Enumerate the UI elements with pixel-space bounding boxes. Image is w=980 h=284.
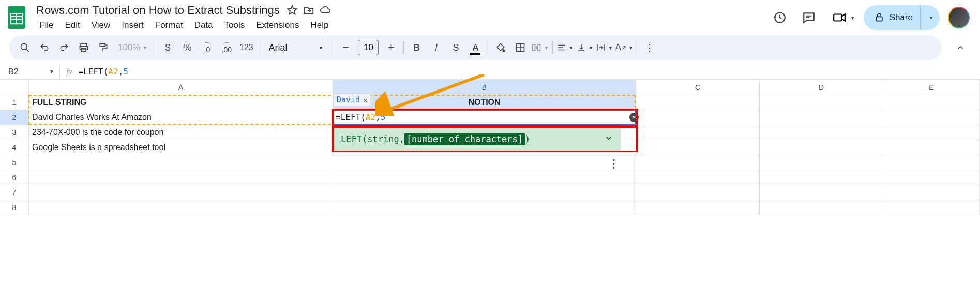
- column-header-e[interactable]: E: [883, 80, 980, 95]
- meet-button[interactable]: ▼: [825, 5, 860, 30]
- history-icon[interactable]: [767, 5, 792, 30]
- google-sheets-logo[interactable]: [6, 7, 27, 28]
- row-header-1[interactable]: 1: [0, 95, 29, 110]
- zoom-dropdown[interactable]: 100%▼: [114, 38, 152, 57]
- paint-format-icon[interactable]: [94, 38, 113, 57]
- column-header-a[interactable]: A: [29, 80, 333, 95]
- cell-a5[interactable]: [29, 155, 333, 170]
- move-icon[interactable]: [301, 3, 316, 18]
- name-box[interactable]: B2 ▼: [3, 64, 60, 79]
- cell-d8[interactable]: [760, 200, 883, 215]
- cell-d6[interactable]: [760, 170, 883, 185]
- merge-cells-button[interactable]: ▼: [531, 38, 549, 57]
- account-avatar[interactable]: [948, 7, 970, 28]
- cell-e2[interactable]: [883, 110, 980, 125]
- column-header-d[interactable]: D: [760, 80, 883, 95]
- cell-e7[interactable]: [883, 185, 980, 200]
- row-header-7[interactable]: 7: [0, 185, 29, 200]
- cell-a3[interactable]: 234-70X-000 is the code for coupon: [29, 125, 333, 140]
- horizontal-align-button[interactable]: ▼: [556, 38, 575, 57]
- toolbar-more-icon[interactable]: ⋮: [640, 38, 659, 57]
- menu-format[interactable]: Format: [150, 18, 188, 33]
- cell-d2[interactable]: [760, 110, 883, 125]
- cell-a1[interactable]: FULL STRING: [29, 95, 333, 110]
- chevron-down-icon[interactable]: [604, 133, 613, 145]
- menu-file[interactable]: File: [34, 18, 58, 33]
- cell-options-icon[interactable]: ⋮: [608, 157, 620, 171]
- menu-tools[interactable]: Tools: [219, 18, 250, 33]
- cell-b7[interactable]: [333, 185, 636, 200]
- vertical-align-button[interactable]: ▼: [576, 38, 594, 57]
- borders-button[interactable]: [511, 38, 530, 57]
- strikethrough-button[interactable]: S: [446, 38, 465, 57]
- cell-a8[interactable]: [29, 200, 333, 215]
- format-currency-button[interactable]: $: [158, 38, 177, 57]
- select-all-cell[interactable]: [0, 80, 29, 95]
- cell-c2[interactable]: [636, 110, 760, 125]
- cell-c8[interactable]: [636, 200, 760, 215]
- menu-data[interactable]: Data: [189, 18, 218, 33]
- cell-a6[interactable]: [29, 170, 333, 185]
- menu-edit[interactable]: Edit: [59, 18, 85, 33]
- cell-d1[interactable]: [760, 95, 883, 110]
- bold-button[interactable]: B: [407, 38, 426, 57]
- row-header-4[interactable]: 4: [0, 140, 29, 155]
- share-dropdown-button[interactable]: ▼: [920, 5, 940, 30]
- cell-a2[interactable]: David Charles Works At Amazon: [29, 110, 333, 125]
- formula-bar-input[interactable]: =LEFT(A2,5: [79, 67, 128, 77]
- cell-e6[interactable]: [883, 170, 980, 185]
- cloud-status-icon[interactable]: [318, 3, 333, 18]
- text-wrap-button[interactable]: ▼: [595, 38, 614, 57]
- redo-icon[interactable]: [55, 38, 73, 57]
- cell-a7[interactable]: [29, 185, 333, 200]
- column-header-c[interactable]: C: [636, 80, 760, 95]
- cell-c5[interactable]: [636, 155, 760, 170]
- cell-e1[interactable]: [883, 95, 980, 110]
- cell-c3[interactable]: [636, 125, 760, 140]
- decrease-font-size-button[interactable]: −: [336, 38, 355, 57]
- document-title[interactable]: Rows.com Tutorial on How to Extract Subs…: [33, 3, 283, 18]
- more-formats-button[interactable]: 123: [237, 38, 255, 57]
- cell-b6[interactable]: [333, 170, 636, 185]
- font-family-dropdown[interactable]: Arial ▼: [262, 42, 329, 53]
- cell-e3[interactable]: [883, 125, 980, 140]
- menu-view[interactable]: View: [86, 18, 116, 33]
- cell-e8[interactable]: [883, 200, 980, 215]
- increase-decimal-button[interactable]: → .00: [217, 38, 236, 57]
- cell-c4[interactable]: [636, 140, 760, 155]
- cell-b5[interactable]: [333, 155, 636, 170]
- increase-font-size-button[interactable]: +: [382, 38, 400, 57]
- cell-a4[interactable]: Google Sheets is a spreadsheet tool: [29, 140, 333, 155]
- undo-icon[interactable]: [35, 38, 54, 57]
- cell-d7[interactable]: [760, 185, 883, 200]
- close-icon[interactable]: ✕: [363, 96, 367, 104]
- row-header-6[interactable]: 6: [0, 170, 29, 185]
- row-header-8[interactable]: 8: [0, 200, 29, 215]
- cell-c7[interactable]: [636, 185, 760, 200]
- cell-d4[interactable]: [760, 140, 883, 155]
- menu-insert[interactable]: Insert: [116, 18, 149, 33]
- italic-button[interactable]: I: [427, 38, 445, 57]
- print-icon[interactable]: [74, 38, 93, 57]
- comments-icon[interactable]: [796, 5, 821, 30]
- search-menus-icon[interactable]: [16, 38, 34, 57]
- cell-e4[interactable]: [883, 140, 980, 155]
- cell-e5[interactable]: [883, 155, 980, 170]
- cell-c1[interactable]: [636, 95, 760, 110]
- row-header-3[interactable]: 3: [0, 125, 29, 140]
- menu-extensions[interactable]: Extensions: [251, 18, 304, 33]
- cell-c6[interactable]: [636, 170, 760, 185]
- decrease-decimal-button[interactable]: ← .0: [198, 38, 216, 57]
- cell-editor[interactable]: =LEFT(A2,5 ✕: [333, 110, 636, 125]
- text-rotation-button[interactable]: A↗▼: [615, 38, 634, 57]
- close-icon[interactable]: ✕: [629, 113, 639, 122]
- collapse-toolbar-icon[interactable]: [950, 37, 971, 58]
- column-header-b[interactable]: B: [333, 80, 636, 95]
- text-color-button[interactable]: A: [466, 38, 485, 57]
- cell-d5[interactable]: [760, 155, 883, 170]
- cell-d3[interactable]: [760, 125, 883, 140]
- menu-help[interactable]: Help: [305, 18, 334, 33]
- font-size-input[interactable]: 10: [358, 40, 379, 55]
- fill-color-button[interactable]: [491, 38, 510, 57]
- row-header-2[interactable]: 2: [0, 110, 29, 125]
